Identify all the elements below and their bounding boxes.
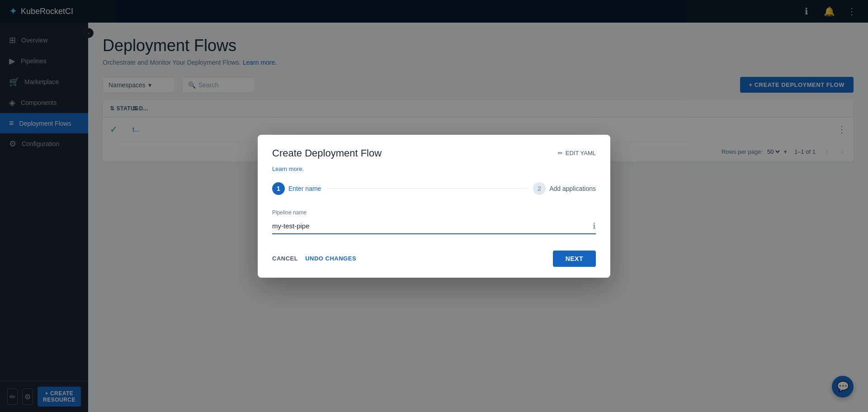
step-2: 2 Add applications [533, 182, 596, 195]
modal-overlay: Create Deployment Flow ✏ EDIT YAML Learn… [0, 0, 868, 412]
edit-yaml-icon: ✏ [558, 150, 563, 156]
step-1: 1 Enter name [272, 182, 321, 195]
modal-learn-more-link[interactable]: Learn more. [272, 166, 596, 172]
step-2-circle: 2 [533, 182, 546, 195]
pipeline-name-input-wrapper: ℹ [272, 218, 596, 234]
step-1-circle: 1 [272, 182, 285, 195]
cancel-button[interactable]: CANCEL [272, 255, 298, 262]
next-button[interactable]: NEXT [553, 251, 596, 267]
modal-footer: CANCEL UNDO CHANGES NEXT [272, 243, 596, 267]
modal-header: Create Deployment Flow ✏ EDIT YAML [272, 147, 596, 159]
step-1-label: Enter name [288, 185, 321, 192]
step-connector [326, 188, 528, 189]
edit-yaml-label: EDIT YAML [566, 150, 596, 156]
pipeline-name-input[interactable] [272, 218, 596, 234]
undo-changes-button[interactable]: UNDO CHANGES [305, 255, 356, 262]
pipeline-name-field: Pipeline name ℹ [272, 209, 596, 234]
pipeline-name-label: Pipeline name [272, 209, 596, 216]
edit-yaml-button[interactable]: ✏ EDIT YAML [558, 150, 596, 156]
create-deployment-flow-modal: Create Deployment Flow ✏ EDIT YAML Learn… [258, 135, 610, 278]
step-2-label: Add applications [549, 185, 596, 192]
pipeline-name-info-icon: ℹ [593, 221, 596, 231]
modal-title: Create Deployment Flow [272, 147, 382, 159]
stepper: 1 Enter name 2 Add applications [272, 182, 596, 195]
